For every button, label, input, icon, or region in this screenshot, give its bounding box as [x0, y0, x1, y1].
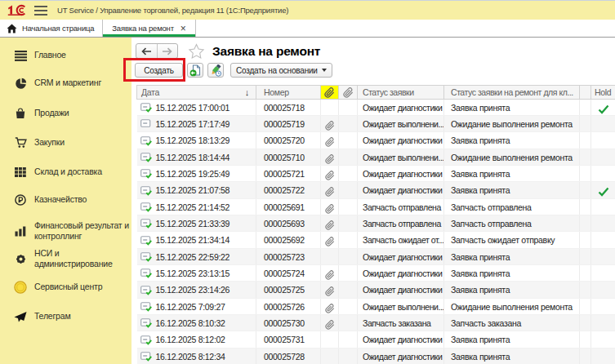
cell-status[interactable]: Ожидает диагностики — [358, 331, 444, 348]
cell-number[interactable]: 000025723 — [256, 249, 321, 265]
column-hold[interactable]: Hold — [591, 86, 615, 100]
sidebar-item[interactable]: CRM и маркетинг — [0, 78, 131, 89]
table-row[interactable]: 16.12.2025 7:09:27 000025726 Ожидает вып… — [137, 299, 615, 315]
cell-status[interactable]: Ожидает диагностики — [358, 166, 444, 182]
cell-status-client[interactable]: Заявка принята — [444, 331, 580, 348]
cell-date[interactable]: 15.12.2025 21:34:14 — [137, 232, 256, 249]
cell-date[interactable]: 15.12.2025 18:14:44 — [137, 149, 256, 166]
sidebar-item[interactable]: Продажи — [0, 108, 131, 119]
cell-hold[interactable] — [591, 149, 615, 166]
cell-date[interactable]: 16.12.2025 7:09:27 — [137, 299, 256, 315]
cell-date[interactable]: 15.12.2025 18:13:29 — [137, 132, 256, 149]
cell-status-client[interactable]: Заявка принята — [444, 282, 580, 299]
table-row[interactable]: 15.12.2025 21:07:58 000025722 Ожидает ди… — [137, 182, 615, 199]
main-menu-icon[interactable] — [34, 6, 47, 16]
cell-number[interactable]: 000025692 — [256, 232, 321, 249]
column-date[interactable]: Дата ↓ — [137, 86, 256, 100]
table-row[interactable]: 15.12.2025 21:34:14 000025692 Запчасть о… — [137, 232, 615, 249]
table-row[interactable]: 16.12.2025 8:10:32 000025730 Запчасть за… — [137, 315, 615, 331]
table-row[interactable]: 15.12.2025 21:33:39 000025693 Запчасть о… — [137, 215, 615, 232]
table-row[interactable]: 15.12.2025 17:00:01 000025718 Ожидает ди… — [137, 100, 615, 116]
cell-status[interactable]: Ожидает диагностики — [358, 100, 444, 116]
cell-hold[interactable] — [591, 299, 615, 315]
cell-number[interactable]: 000025721 — [256, 166, 321, 182]
cell-status-client[interactable]: Ожидание выполнения ремонта — [444, 299, 580, 315]
cell-number[interactable]: 000025718 — [256, 100, 321, 116]
cell-attachment[interactable] — [321, 182, 339, 199]
cell-date[interactable]: 15.12.2025 21:33:39 — [137, 215, 256, 232]
create-button[interactable]: Создать — [135, 63, 183, 78]
cell-number[interactable]: 000025710 — [256, 149, 321, 166]
cell-hold[interactable] — [591, 282, 615, 299]
cell-number[interactable]: 000025720 — [256, 132, 321, 149]
cell-number[interactable]: 000025725 — [256, 282, 321, 299]
cell-attachment-2[interactable] — [339, 265, 358, 282]
cell-attachment-2[interactable] — [339, 132, 358, 149]
cell-date[interactable]: 16.12.2025 8:12:02 — [137, 331, 256, 348]
sidebar-item[interactable]: Главное — [0, 50, 131, 61]
tab-close-icon[interactable]: × — [180, 24, 186, 33]
cell-hold[interactable] — [591, 199, 615, 215]
cell-status-client[interactable]: Заявка принята — [444, 265, 580, 282]
cell-attachment-2[interactable] — [339, 299, 358, 315]
cell-attachment[interactable] — [321, 265, 339, 282]
cell-date[interactable]: 15.12.2025 23:14:26 — [137, 282, 256, 299]
cell-status[interactable]: Ожидает диагностики — [358, 265, 444, 282]
cell-status-client[interactable]: Ожидание выполнения ремонта — [444, 116, 580, 132]
cell-status[interactable]: Ожидает диагностики — [358, 182, 444, 199]
cell-attachment-2[interactable] — [339, 348, 358, 364]
cell-status[interactable]: Запчасть отправлена — [358, 215, 444, 232]
cell-attachment[interactable] — [321, 132, 339, 149]
table-row[interactable]: 15.12.2025 23:14:26 000025725 Ожидает ди… — [137, 282, 615, 299]
cell-attachment[interactable] — [321, 215, 339, 232]
cell-attachment-2[interactable] — [339, 166, 358, 182]
cell-status[interactable]: Запчасть ожидает от... — [358, 232, 444, 249]
cell-status-client[interactable]: Ожидание выполнения ремонта — [444, 149, 580, 166]
table-row[interactable]: 16.12.2025 8:12:02 000025731 Ожидает диа… — [137, 331, 615, 348]
cell-hold[interactable] — [591, 331, 615, 348]
forward-button[interactable] — [157, 44, 178, 58]
back-button[interactable] — [136, 44, 157, 58]
table-row[interactable]: 15.12.2025 19:25:49 000025721 Ожидает ди… — [137, 166, 615, 182]
cell-attachment-2[interactable] — [339, 315, 358, 331]
table-row[interactable]: 15.12.2025 21:14:52 000025691 Запчасть о… — [137, 199, 615, 215]
cell-hold[interactable] — [591, 315, 615, 331]
edit-deferred-button[interactable] — [207, 63, 224, 78]
sidebar-item[interactable]: Сервисный центр — [0, 282, 131, 293]
cell-attachment-2[interactable] — [339, 182, 358, 199]
column-attachments[interactable] — [339, 86, 358, 100]
cell-attachment[interactable] — [321, 315, 339, 331]
column-status[interactable]: Статус заявки — [358, 86, 444, 100]
favorites-star-icon[interactable] — [188, 43, 205, 60]
cell-status-client[interactable]: Заявка принята — [444, 166, 580, 182]
copy-button[interactable] — [187, 63, 203, 78]
cell-date[interactable]: 15.12.2025 23:13:15 — [137, 265, 256, 282]
create-based-on-button[interactable]: Создать на основании — [230, 63, 332, 78]
cell-hold[interactable] — [591, 348, 615, 364]
cell-hold[interactable] — [591, 265, 615, 282]
cell-status[interactable]: Ожидает диагностики — [358, 132, 444, 149]
cell-status-client[interactable]: Запчасть отправлена — [444, 215, 580, 232]
cell-attachment[interactable] — [321, 149, 339, 166]
cell-hold[interactable] — [591, 166, 615, 182]
column-attachments-highlighted[interactable] — [321, 86, 339, 100]
cell-number[interactable]: 000025728 — [256, 348, 321, 364]
cell-hold[interactable] — [591, 215, 615, 232]
cell-date[interactable]: 16.12.2025 8:10:32 — [137, 315, 256, 331]
sidebar-item[interactable]: Закупки — [0, 137, 131, 149]
table-row[interactable]: 15.12.2025 23:13:15 000025724 Ожидает ди… — [137, 265, 615, 282]
cell-date[interactable]: 15.12.2025 21:14:52 — [137, 199, 256, 215]
cell-status-client[interactable]: Запчасть ожидает отправку — [444, 232, 580, 249]
cell-status[interactable]: Ожидает диагностики — [358, 249, 444, 265]
cell-hold[interactable] — [591, 132, 615, 149]
sidebar-item[interactable]: Финансовый результат и контроллинг — [0, 220, 131, 242]
cell-status-client[interactable]: Заявка принята — [444, 348, 580, 364]
cell-status-client[interactable]: Запчасть заказана — [444, 315, 580, 331]
cell-attachment[interactable] — [321, 232, 339, 249]
column-number[interactable]: Номер — [256, 86, 321, 100]
cell-status[interactable]: Ожидает выполнени... — [358, 116, 444, 132]
cell-attachment-2[interactable] — [339, 331, 358, 348]
cell-attachment[interactable] — [321, 282, 339, 299]
cell-status-client[interactable]: Запчасть отправлена — [444, 199, 580, 215]
table-row[interactable]: 15.12.2025 18:13:29 000025720 Ожидает ди… — [137, 132, 615, 149]
